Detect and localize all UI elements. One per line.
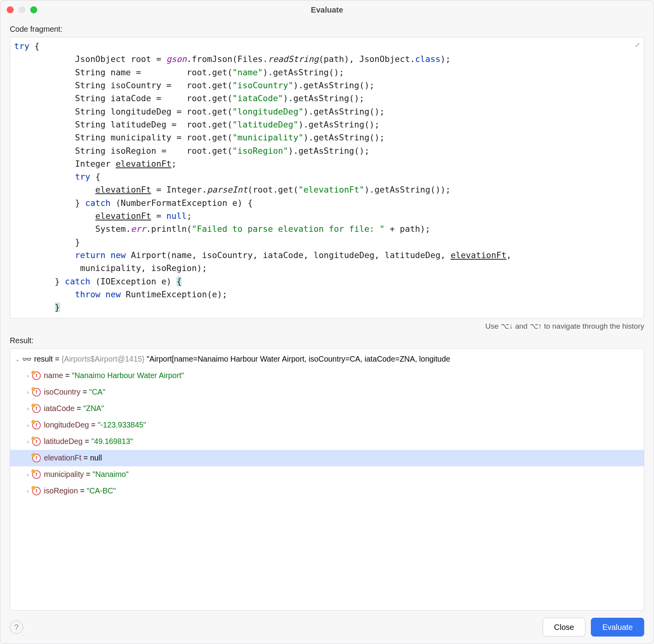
code-line: try { bbox=[14, 170, 640, 183]
code-line: String longitudeDeg = root.get("longitud… bbox=[14, 105, 640, 118]
chevron-down-icon[interactable]: ⌄ bbox=[13, 356, 22, 362]
result-field-municipality[interactable]: ›municipality = "Nanaimo" bbox=[10, 466, 644, 483]
code-line: Integer elevationFt; bbox=[14, 157, 640, 170]
field-icon bbox=[32, 454, 41, 462]
code-line: String municipality = root.get("municipa… bbox=[14, 131, 640, 144]
code-line: String isoRegion = root.get("isoRegion")… bbox=[14, 144, 640, 157]
code-line: String latitudeDeg = root.get("latitudeD… bbox=[14, 118, 640, 131]
chevron-right-icon[interactable]: › bbox=[24, 389, 32, 395]
code-line: } bbox=[14, 236, 640, 249]
result-field-longitudeDeg[interactable]: ›longitudeDeg = "-123.933845" bbox=[10, 417, 644, 433]
code-editor[interactable]: try { JsonObject root = gson.fromJson(Fi… bbox=[10, 37, 644, 318]
field-icon bbox=[32, 404, 41, 413]
evaluate-dialog: Evaluate Code fragment: try { JsonObject… bbox=[0, 0, 654, 644]
field-icon bbox=[32, 388, 41, 397]
titlebar: Evaluate bbox=[0, 0, 654, 19]
evaluate-button[interactable]: Evaluate bbox=[591, 618, 644, 637]
code-line: String isoCountry = root.get("isoCountry… bbox=[14, 79, 640, 92]
field-icon bbox=[32, 470, 41, 479]
dialog-body: Code fragment: try { JsonObject root = g… bbox=[0, 19, 654, 644]
code-line: throw new RuntimeException(e); bbox=[14, 288, 640, 301]
chevron-right-icon[interactable]: › bbox=[24, 406, 32, 412]
result-field-latitudeDeg[interactable]: ›latitudeDeg = "49.169813" bbox=[10, 433, 644, 450]
history-hint: Use ⌥↓ and ⌥↑ to navigate through the hi… bbox=[10, 322, 644, 331]
expand-icon[interactable]: ⤢ bbox=[635, 40, 640, 50]
result-field-isoRegion[interactable]: ›isoRegion = "CA-BC" bbox=[10, 483, 644, 499]
code-line: String iataCode = root.get("iataCode").g… bbox=[14, 92, 640, 105]
result-label: Result: bbox=[10, 336, 644, 345]
code-line: JsonObject root = gson.fromJson(Files.re… bbox=[14, 53, 640, 65]
chevron-right-icon[interactable]: › bbox=[24, 373, 32, 379]
code-line: elevationFt = Integer.parseInt(root.get(… bbox=[14, 183, 640, 196]
code-fragment-label: Code fragment: bbox=[10, 25, 644, 34]
button-bar: ? Close Evaluate bbox=[10, 618, 644, 637]
glasses-icon: 👓 bbox=[22, 355, 32, 364]
field-icon bbox=[32, 371, 41, 380]
result-field-iataCode[interactable]: ›iataCode = "ZNA" bbox=[10, 400, 644, 417]
code-line: String name = root.get("name").getAsStri… bbox=[14, 66, 640, 79]
help-icon[interactable]: ? bbox=[10, 620, 23, 634]
code-line: municipality, isoRegion); bbox=[14, 262, 640, 275]
code-line: } catch (IOException e) { bbox=[14, 275, 640, 288]
result-field-isoCountry[interactable]: ›isoCountry = "CA" bbox=[10, 384, 644, 400]
chevron-right-icon[interactable]: › bbox=[24, 488, 32, 494]
result-field-elevationFt[interactable]: ·elevationFt = null bbox=[10, 450, 644, 466]
code-line: } catch (NumberFormatException e) { bbox=[14, 196, 640, 209]
code-line: return new Airport(name, isoCountry, iat… bbox=[14, 249, 640, 262]
code-line: System.err.println("Failed to parse elev… bbox=[14, 222, 640, 235]
result-root-node[interactable]: ⌄👓result = {Airports$Airport@1415} "Airp… bbox=[10, 351, 644, 367]
field-icon bbox=[32, 487, 41, 495]
field-icon bbox=[32, 437, 41, 446]
result-field-name[interactable]: ›name = "Nanaimo Harbour Water Airport" bbox=[10, 367, 644, 384]
field-icon bbox=[32, 421, 41, 429]
chevron-right-icon[interactable]: › bbox=[24, 422, 32, 428]
chevron-right-icon[interactable]: › bbox=[24, 471, 32, 478]
code-line: elevationFt = null; bbox=[14, 209, 640, 222]
code-line: } bbox=[14, 301, 640, 314]
window-title: Evaluate bbox=[0, 5, 654, 15]
result-tree[interactable]: ⌄👓result = {Airports$Airport@1415} "Airp… bbox=[10, 348, 644, 611]
chevron-right-icon[interactable]: › bbox=[24, 438, 32, 445]
code-line: try { bbox=[14, 40, 640, 53]
close-button[interactable]: Close bbox=[543, 618, 585, 637]
